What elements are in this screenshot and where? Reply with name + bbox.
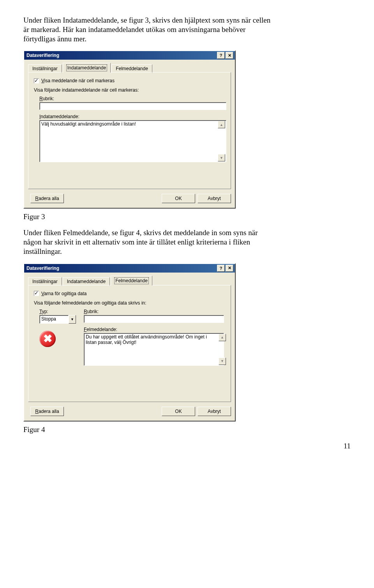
scroll-down-icon[interactable]: ▼	[219, 358, 226, 365]
ok-button[interactable]: OK	[162, 194, 195, 203]
textarea-scrollbar[interactable]: ▲ ▼	[218, 121, 224, 161]
intro-paragraph-2: Under fliken Felmeddelande, se figur 4, …	[23, 228, 273, 256]
tab-panel: Varna för ogiltiga data Visa följande fe…	[28, 285, 231, 402]
tab-settings[interactable]: Inställningar	[28, 277, 62, 286]
indatameddelande-textarea[interactable]: Välj huvudsakligt användningsområde i li…	[39, 120, 226, 162]
tab-strip: Inställningar Indatameddelande Felmeddel…	[24, 273, 235, 285]
intro-paragraph-1: Under fliken Indatameddelande, se figur …	[23, 16, 273, 43]
scroll-up-icon[interactable]: ▲	[218, 121, 225, 128]
dialog-button-row: Radera alla OK Avbryt	[24, 402, 235, 416]
tab-input-message[interactable]: Indatameddelande	[63, 63, 111, 73]
figure-3-caption: Figur 3	[23, 213, 351, 221]
warn-invalid-checkbox-row[interactable]: Varna för ogiltiga data	[34, 291, 225, 296]
indatameddelande-label: Indatameddelande:	[39, 114, 225, 119]
felmeddelande-label: Felmeddelande:	[84, 327, 225, 332]
subheading: Visa följande felmeddelande om ogiltiga …	[34, 300, 225, 306]
page-number: 11	[23, 442, 351, 450]
tab-input-message[interactable]: Indatameddelande	[63, 277, 110, 286]
dialog-button-row: Radera alla OK Avbryt	[24, 189, 235, 203]
close-button[interactable]: ✕	[226, 52, 233, 59]
dialog-data-validation-1: Dataverifiering ? ✕ Inställningar Indata…	[23, 50, 236, 209]
rubrik-label: Rubrik:	[84, 309, 225, 314]
cancel-button[interactable]: Avbryt	[198, 194, 231, 203]
titlebar[interactable]: Dataverifiering ? ✕	[24, 51, 235, 60]
help-button[interactable]: ?	[217, 52, 225, 59]
clear-all-button[interactable]: Radera alla	[30, 407, 64, 416]
rubrik-input[interactable]	[39, 102, 226, 110]
show-message-checkbox-row[interactable]: Visa meddelande när cell markeras	[34, 78, 225, 83]
scroll-up-icon[interactable]: ▲	[219, 334, 226, 341]
ok-button[interactable]: OK	[162, 407, 195, 416]
rubrik-input[interactable]	[84, 315, 224, 323]
titlebar[interactable]: Dataverifiering ? ✕	[24, 264, 235, 273]
dialog-title: Dataverifiering	[26, 266, 216, 271]
error-icon: ✖	[39, 331, 56, 347]
warn-invalid-label: Varna för ogiltiga data	[41, 291, 87, 296]
scroll-down-icon[interactable]: ▼	[218, 154, 225, 161]
tab-strip: Inställningar Indatameddelande Felmeddel…	[24, 60, 235, 72]
felmeddelande-textarea[interactable]: Du har uppgett ett otillåtet användnings…	[84, 333, 224, 366]
chevron-down-icon[interactable]: ▼	[69, 315, 76, 324]
close-button[interactable]: ✕	[226, 265, 233, 272]
show-message-label: Visa meddelande när cell markeras	[41, 78, 115, 83]
subheading: Visa följande indatameddelande när cell …	[34, 87, 225, 93]
clear-all-button[interactable]: Radera alla	[30, 194, 64, 203]
cancel-button[interactable]: Avbryt	[198, 407, 231, 416]
typ-combobox[interactable]: Stoppa ▼	[39, 315, 76, 324]
show-message-checkbox[interactable]	[34, 78, 39, 83]
dialog-title: Dataverifiering	[26, 53, 216, 58]
typ-value[interactable]: Stoppa	[39, 315, 69, 324]
dialog-data-validation-2: Dataverifiering ? ✕ Inställningar Indata…	[23, 263, 236, 422]
typ-label: Typ:	[39, 309, 78, 314]
help-button[interactable]: ?	[217, 265, 225, 272]
figure-4-caption: Figur 4	[23, 425, 351, 434]
tab-settings[interactable]: Inställningar	[28, 64, 62, 73]
tab-error-message[interactable]: Felmeddelande	[111, 64, 152, 73]
textarea-scrollbar[interactable]: ▲ ▼	[219, 334, 225, 365]
rubrik-label: Rubrik:	[39, 96, 225, 101]
warn-invalid-checkbox[interactable]	[34, 291, 39, 296]
tab-error-message[interactable]: Felmeddelande	[111, 276, 152, 285]
tab-panel: Visa meddelande när cell markeras Visa f…	[28, 72, 231, 189]
